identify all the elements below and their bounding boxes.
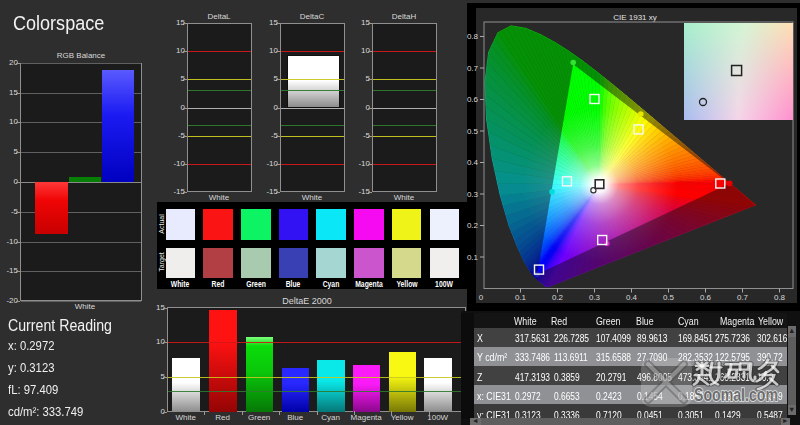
svg-text:Soomal.com: Soomal.com bbox=[694, 385, 778, 405]
